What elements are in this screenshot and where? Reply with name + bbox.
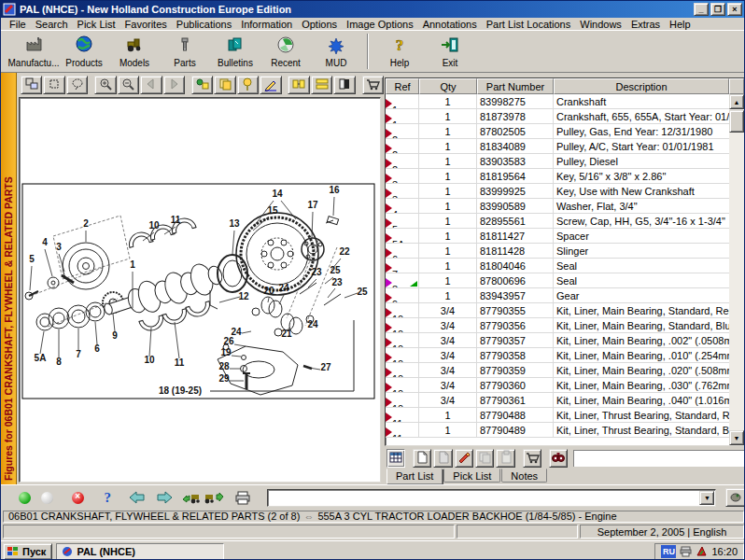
- help-question-icon[interactable]: ?: [96, 487, 118, 508]
- table-row[interactable]: 103/487790359Kit, Liner, Main Bearing, .…: [386, 363, 729, 378]
- cart-button[interactable]: [523, 449, 541, 468]
- menu-publications[interactable]: Publications: [172, 19, 236, 30]
- binoculars-button[interactable]: [549, 449, 568, 468]
- start-button[interactable]: Пуск: [3, 543, 52, 560]
- table-row[interactable]: 103/487790358Kit, Liner, Main Bearing, .…: [386, 348, 729, 363]
- callout-11[interactable]: 11: [175, 357, 185, 368]
- callout-10[interactable]: 10: [148, 220, 160, 231]
- lasso-button[interactable]: [66, 76, 88, 94]
- table-row[interactable]: 103/487790356Kit, Liner, Main Bearing, S…: [386, 318, 729, 333]
- table-row[interactable]: 9183943957Gear: [386, 288, 729, 303]
- layout-button[interactable]: [311, 76, 332, 94]
- table-row[interactable]: 5A181811427Spacer: [386, 229, 729, 244]
- bulletins-button[interactable]: Bulletins: [210, 32, 260, 71]
- callout-9[interactable]: 9: [112, 330, 118, 341]
- cart-button[interactable]: [362, 76, 384, 94]
- callout-24[interactable]: 24: [307, 319, 318, 329]
- combo-dropdown-button[interactable]: ▼: [699, 491, 714, 505]
- scrollbar-thumb[interactable]: [729, 110, 744, 133]
- clock[interactable]: 16:20: [711, 546, 738, 557]
- callout-16[interactable]: 16: [329, 185, 340, 195]
- callout-3[interactable]: 3: [56, 242, 62, 252]
- callout-13[interactable]: 13: [229, 218, 240, 229]
- figure-combobox[interactable]: ▼: [267, 489, 716, 507]
- table-row[interactable]: 3181819564Key, 5/16" x 3/8" x 2.86": [386, 169, 729, 184]
- menu-favorites[interactable]: Favorites: [120, 19, 172, 30]
- callout-20[interactable]: 20: [263, 286, 274, 296]
- table-row[interactable]: 11187790489Kit, Liner, Thrust Bearing, S…: [386, 423, 729, 438]
- menu-help[interactable]: Help: [665, 19, 696, 30]
- column-header-part-number[interactable]: Part Number: [477, 78, 554, 94]
- next-view-button[interactable]: [163, 76, 185, 94]
- zoom-in-button[interactable]: [94, 76, 116, 94]
- forward-arrow-icon[interactable]: [153, 487, 175, 508]
- figures-sidebar-tab[interactable]: Figures for 06B01 CRANKSHAFT, FLYWHEEL &…: [1, 73, 17, 484]
- zoom-out-button[interactable]: [118, 76, 139, 94]
- callout-21[interactable]: 21: [281, 329, 292, 339]
- callout-2[interactable]: 2: [83, 218, 89, 229]
- table-row[interactable]: 103/487790357Kit, Liner, Main Bearing, .…: [386, 333, 729, 348]
- callout-7[interactable]: 7: [76, 349, 81, 359]
- callout-25[interactable]: 25: [357, 287, 368, 297]
- table-row[interactable]: 8187800696Seal: [386, 273, 729, 288]
- copy-disabled-button[interactable]: [475, 449, 494, 468]
- menu-image-options[interactable]: Image Options: [342, 19, 418, 30]
- table-row[interactable]: 1181873978Crankshaft, 655, 655A, Start Y…: [386, 109, 729, 124]
- callout-8[interactable]: 8: [56, 357, 62, 367]
- table-row[interactable]: 2183903583Pulley, Diesel: [386, 154, 729, 169]
- table-row[interactable]: 103/487790360Kit, Liner, Main Bearing, .…: [386, 378, 729, 393]
- table-row[interactable]: 5182895561Screw, Cap, HH, G5, 3/4"-16 x …: [386, 214, 729, 229]
- menu-options[interactable]: Options: [297, 19, 342, 30]
- callout-19[interactable]: 19: [220, 347, 232, 357]
- help-button[interactable]: ?Help: [374, 32, 425, 71]
- draw-button[interactable]: [260, 76, 281, 94]
- page-disabled-button[interactable]: [433, 449, 452, 468]
- select-button[interactable]: [43, 76, 64, 94]
- menu-windows[interactable]: Windows: [575, 19, 626, 30]
- tab-pick-list[interactable]: Pick List: [443, 469, 500, 483]
- part-filter-input[interactable]: [573, 450, 745, 467]
- menu-information[interactable]: Information: [236, 19, 297, 30]
- table-row[interactable]: 1183998275Crankshaft: [386, 94, 729, 109]
- callout-5A[interactable]: 5A: [35, 353, 47, 363]
- printer-tray-icon[interactable]: [680, 545, 692, 557]
- invert-button[interactable]: [333, 76, 355, 94]
- clear-button[interactable]: [725, 488, 745, 507]
- paste-disabled-button[interactable]: [496, 449, 514, 468]
- mud-button[interactable]: MUD: [311, 32, 361, 71]
- restore-button[interactable]: ❐: [710, 3, 725, 16]
- callout-23[interactable]: 23: [311, 267, 322, 277]
- menu-pick-list[interactable]: Pick List: [73, 19, 120, 30]
- callout-6[interactable]: 6: [94, 343, 100, 354]
- table-row[interactable]: 3183999925Key, Use with New Crankshaft: [386, 184, 729, 199]
- callout-1[interactable]: 1: [130, 259, 135, 270]
- minimize-button[interactable]: _: [694, 3, 709, 16]
- callout-17[interactable]: 17: [307, 200, 318, 210]
- column-header-description[interactable]: Description: [554, 78, 729, 94]
- tab-notes[interactable]: Notes: [501, 469, 547, 483]
- callout-4[interactable]: 4: [42, 237, 48, 247]
- table-row[interactable]: 2181834089Pulley, A/C, Start Year: 01/01…: [386, 139, 729, 154]
- menu-extras[interactable]: Extras: [626, 19, 665, 30]
- next-model-icon[interactable]: [203, 487, 224, 508]
- table-row[interactable]: 7181804046Seal: [386, 259, 729, 273]
- tab-part-list[interactable]: Part List: [387, 469, 443, 484]
- table-row[interactable]: 103/487790361Kit, Liner, Main Bearing, .…: [386, 393, 729, 408]
- antivirus-tray-icon[interactable]: [696, 545, 708, 557]
- callout-14[interactable]: 14: [272, 189, 283, 199]
- pin-note-button[interactable]: [237, 76, 259, 94]
- callout-15[interactable]: 15: [267, 205, 278, 216]
- table-row[interactable]: 2187802505Pulley, Gas, End Year: 12/31/1…: [386, 124, 729, 139]
- vertical-scrollbar[interactable]: ▲ ▼: [729, 94, 744, 445]
- new-page-button[interactable]: [413, 449, 431, 468]
- prev-model-icon[interactable]: [181, 487, 203, 508]
- print-icon[interactable]: [232, 487, 254, 508]
- fit-region-button[interactable]: [21, 76, 42, 94]
- table-row[interactable]: 11187790488Kit, Liner, Thrust Bearing, S…: [386, 408, 729, 423]
- callout-5[interactable]: 5: [29, 254, 35, 264]
- callout-10[interactable]: 10: [144, 355, 155, 365]
- go-green-icon[interactable]: [14, 487, 35, 508]
- callout-25[interactable]: 25: [330, 265, 341, 275]
- models-button[interactable]: Models: [109, 32, 160, 71]
- stop-icon[interactable]: [67, 487, 89, 508]
